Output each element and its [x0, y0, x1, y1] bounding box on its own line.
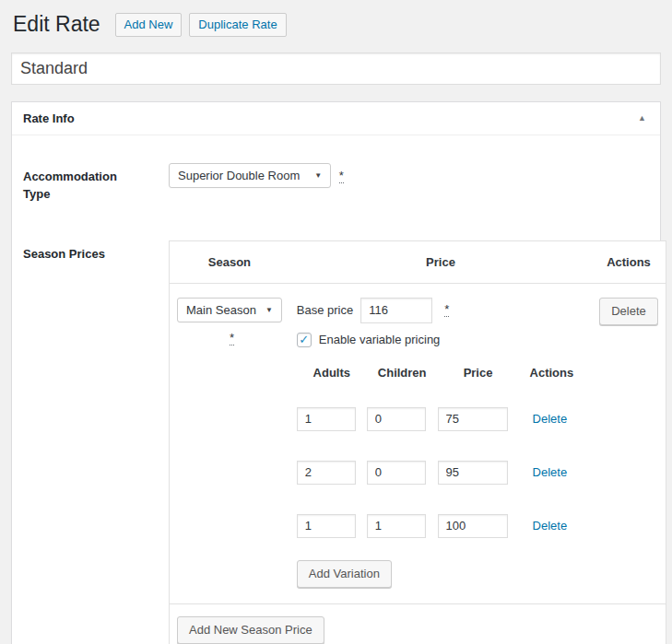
base-price-input[interactable]	[360, 298, 432, 323]
metabox-title: Rate Info	[23, 111, 75, 125]
column-header-children: Children	[367, 353, 438, 392]
delete-season-price-button[interactable]: Delete	[599, 298, 658, 325]
season-price-row: Main Season ▼ * Base price	[170, 283, 666, 603]
required-mark: *	[230, 332, 234, 345]
base-price-label: Base price	[297, 303, 353, 317]
accommodation-type-row: Accommodation Type Superior Double Room …	[23, 163, 649, 204]
accommodation-type-label: Accommodation Type	[23, 163, 132, 204]
season-cell: Main Season ▼ *	[170, 283, 289, 603]
admin-page: Edit Rate Add New Duplicate Rate Rate In…	[0, 0, 672, 644]
variation-row: Delete	[297, 499, 584, 553]
column-header-price: Price	[289, 240, 592, 283]
column-header-variation-price: Price	[438, 353, 519, 392]
variations-table: Adults Children Price Actions	[297, 353, 584, 553]
adults-input[interactable]	[297, 514, 356, 538]
children-input[interactable]	[367, 461, 426, 485]
base-price-line: Base price *	[297, 298, 584, 323]
enable-variable-pricing-label: Enable variable pricing	[319, 333, 441, 346]
accommodation-type-select[interactable]: Superior Double Room ▼	[169, 163, 331, 188]
season-prices-footer-row: Add New Season Price	[170, 603, 666, 644]
season-select-value: Main Season	[186, 303, 256, 317]
duplicate-rate-button[interactable]: Duplicate Rate	[189, 13, 286, 38]
season-prices-label: Season Prices	[23, 240, 132, 644]
add-new-button[interactable]: Add New	[115, 13, 183, 38]
accommodation-type-field: Superior Double Room ▼ *	[169, 163, 649, 204]
metabox-body: Accommodation Type Superior Double Room …	[12, 135, 660, 644]
season-prices-field: Season Price Actions Main Season ▼	[169, 240, 666, 644]
delete-variation-link[interactable]: Delete	[533, 519, 568, 533]
delete-variation-link[interactable]: Delete	[533, 412, 568, 426]
actions-cell: Delete	[592, 283, 666, 603]
variations-header-row: Adults Children Price Actions	[297, 353, 584, 392]
required-mark: *	[444, 303, 449, 317]
checkmark-icon: ✓	[299, 334, 309, 345]
collapse-toggle-icon[interactable]: ▲	[635, 113, 649, 123]
column-header-actions: Actions	[592, 240, 666, 283]
page-header: Edit Rate Add New Duplicate Rate	[11, 9, 661, 39]
add-variation-button[interactable]: Add Variation	[297, 560, 392, 588]
season-prices-header-row: Season Price Actions	[170, 240, 666, 283]
season-prices-row: Season Prices Season Price Actions	[23, 240, 649, 644]
required-mark: *	[339, 170, 344, 183]
variation-price-input[interactable]	[438, 514, 508, 538]
rate-info-metabox-header[interactable]: Rate Info ▲	[12, 102, 660, 135]
variation-price-input[interactable]	[438, 407, 508, 431]
rate-info-metabox: Rate Info ▲ Accommodation Type Superior …	[11, 101, 661, 644]
adults-input[interactable]	[297, 461, 356, 485]
column-header-season: Season	[170, 240, 289, 283]
chevron-down-icon: ▼	[314, 171, 322, 180]
price-cell: Base price * ✓ Enable variable prici	[289, 283, 592, 603]
rate-title-input[interactable]	[11, 53, 661, 85]
season-select[interactable]: Main Season ▼	[177, 298, 282, 322]
delete-variation-link[interactable]: Delete	[533, 465, 568, 479]
column-header-variation-actions: Actions	[519, 353, 585, 392]
variation-row: Delete	[297, 446, 584, 499]
column-header-adults: Adults	[297, 353, 367, 392]
enable-variable-pricing-checkbox[interactable]: ✓	[297, 333, 312, 347]
enable-variable-pricing-option[interactable]: ✓ Enable variable pricing	[297, 333, 584, 347]
variation-row: Delete	[297, 392, 584, 446]
season-prices-table: Season Price Actions Main Season ▼	[169, 240, 666, 644]
chevron-down-icon: ▼	[265, 306, 273, 314]
page-title: Edit Rate	[13, 11, 100, 39]
accommodation-type-value: Superior Double Room	[178, 169, 300, 182]
adults-input[interactable]	[297, 407, 356, 431]
children-input[interactable]	[367, 407, 426, 431]
add-new-season-price-button[interactable]: Add New Season Price	[177, 616, 324, 644]
children-input[interactable]	[367, 514, 426, 538]
variation-price-input[interactable]	[438, 461, 508, 485]
